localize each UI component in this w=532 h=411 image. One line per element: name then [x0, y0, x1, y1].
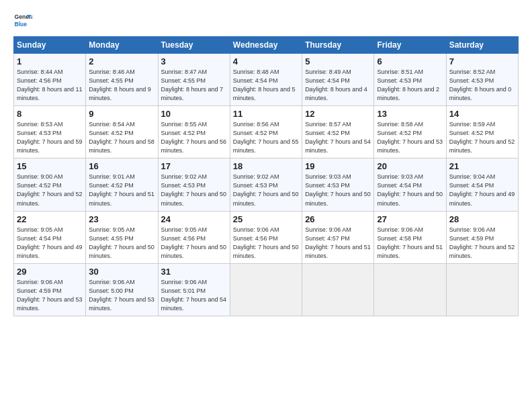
day-cell: 28Sunrise: 9:06 AMSunset: 4:59 PMDayligh… [446, 211, 518, 263]
day-number: 26 [305, 214, 371, 224]
col-header-monday: Monday [86, 37, 158, 54]
day-info: Sunrise: 8:46 AMSunset: 4:55 PMDaylight:… [89, 68, 151, 101]
day-number: 4 [233, 56, 299, 66]
svg-text:Blue: Blue [15, 21, 28, 28]
day-info: Sunrise: 8:55 AMSunset: 4:52 PMDaylight:… [161, 121, 227, 154]
day-cell: 29Sunrise: 9:06 AMSunset: 4:59 PMDayligh… [14, 263, 86, 316]
day-number: 15 [17, 161, 83, 171]
day-info: Sunrise: 8:44 AMSunset: 4:56 PMDaylight:… [17, 68, 83, 101]
day-info: Sunrise: 9:03 AMSunset: 4:53 PMDaylight:… [305, 173, 371, 206]
day-number: 14 [449, 109, 515, 119]
page: General Blue SundayMondayTuesdayWednesda… [0, 0, 532, 411]
day-cell: 13Sunrise: 8:58 AMSunset: 4:52 PMDayligh… [374, 106, 446, 158]
day-info: Sunrise: 8:51 AMSunset: 4:53 PMDaylight:… [377, 68, 439, 101]
day-info: Sunrise: 8:47 AMSunset: 4:55 PMDaylight:… [161, 68, 224, 101]
day-number: 23 [89, 214, 154, 224]
day-cell: 19Sunrise: 9:03 AMSunset: 4:53 PMDayligh… [302, 158, 374, 211]
week-row-4: 22Sunrise: 9:05 AMSunset: 4:54 PMDayligh… [14, 211, 519, 263]
day-number: 8 [17, 109, 83, 119]
day-cell: 11Sunrise: 8:56 AMSunset: 4:52 PMDayligh… [230, 106, 302, 158]
day-cell [230, 263, 302, 316]
day-info: Sunrise: 9:05 AMSunset: 4:54 PMDaylight:… [17, 226, 83, 259]
day-cell: 26Sunrise: 9:06 AMSunset: 4:57 PMDayligh… [302, 211, 374, 263]
day-cell [446, 263, 518, 316]
day-info: Sunrise: 9:05 AMSunset: 4:55 PMDaylight:… [89, 226, 154, 259]
day-info: Sunrise: 9:06 AMSunset: 5:01 PMDaylight:… [161, 279, 227, 312]
day-number: 10 [161, 109, 227, 119]
day-number: 12 [305, 109, 371, 119]
day-number: 27 [377, 214, 443, 224]
day-info: Sunrise: 8:54 AMSunset: 4:52 PMDaylight:… [89, 121, 154, 154]
day-info: Sunrise: 8:49 AMSunset: 4:54 PMDaylight:… [305, 68, 367, 101]
day-info: Sunrise: 8:52 AMSunset: 4:53 PMDaylight:… [449, 68, 512, 101]
header-row: SundayMondayTuesdayWednesdayThursdayFrid… [14, 37, 519, 54]
day-cell: 18Sunrise: 9:02 AMSunset: 4:53 PMDayligh… [230, 158, 302, 211]
day-cell: 9Sunrise: 8:54 AMSunset: 4:52 PMDaylight… [86, 106, 158, 158]
col-header-sunday: Sunday [14, 37, 86, 54]
day-number: 5 [305, 56, 371, 66]
day-info: Sunrise: 9:06 AMSunset: 4:56 PMDaylight:… [233, 226, 299, 259]
day-info: Sunrise: 8:53 AMSunset: 4:53 PMDaylight:… [17, 121, 83, 154]
day-cell: 15Sunrise: 9:00 AMSunset: 4:52 PMDayligh… [14, 158, 86, 211]
day-number: 18 [233, 161, 299, 171]
day-number: 28 [449, 214, 515, 224]
day-cell: 24Sunrise: 9:05 AMSunset: 4:56 PMDayligh… [158, 211, 230, 263]
day-info: Sunrise: 9:06 AMSunset: 4:59 PMDaylight:… [17, 279, 83, 312]
col-header-wednesday: Wednesday [230, 37, 302, 54]
col-header-tuesday: Tuesday [158, 37, 230, 54]
day-info: Sunrise: 8:56 AMSunset: 4:52 PMDaylight:… [233, 121, 299, 154]
day-number: 31 [161, 267, 227, 277]
day-cell: 25Sunrise: 9:06 AMSunset: 4:56 PMDayligh… [230, 211, 302, 263]
day-info: Sunrise: 9:06 AMSunset: 4:57 PMDaylight:… [305, 226, 371, 259]
day-number: 25 [233, 214, 299, 224]
header: General Blue [13, 11, 519, 30]
day-cell: 5Sunrise: 8:49 AMSunset: 4:54 PMDaylight… [302, 54, 374, 106]
day-info: Sunrise: 9:00 AMSunset: 4:52 PMDaylight:… [17, 173, 83, 206]
day-number: 30 [89, 267, 154, 277]
day-cell: 4Sunrise: 8:48 AMSunset: 4:54 PMDaylight… [230, 54, 302, 106]
col-header-thursday: Thursday [302, 37, 374, 54]
day-cell: 10Sunrise: 8:55 AMSunset: 4:52 PMDayligh… [158, 106, 230, 158]
day-number: 16 [89, 161, 154, 171]
day-number: 21 [449, 161, 515, 171]
logo-icon: General Blue [13, 11, 32, 30]
day-number: 3 [161, 56, 227, 66]
day-cell: 17Sunrise: 9:02 AMSunset: 4:53 PMDayligh… [158, 158, 230, 211]
day-number: 17 [161, 161, 227, 171]
day-info: Sunrise: 9:02 AMSunset: 4:53 PMDaylight:… [233, 173, 299, 206]
day-number: 13 [377, 109, 443, 119]
day-cell [374, 263, 446, 316]
day-cell: 22Sunrise: 9:05 AMSunset: 4:54 PMDayligh… [14, 211, 86, 263]
day-number: 22 [17, 214, 83, 224]
day-cell: 3Sunrise: 8:47 AMSunset: 4:55 PMDaylight… [158, 54, 230, 106]
week-row-5: 29Sunrise: 9:06 AMSunset: 4:59 PMDayligh… [14, 263, 519, 316]
day-info: Sunrise: 8:48 AMSunset: 4:54 PMDaylight:… [233, 68, 296, 101]
day-cell: 1Sunrise: 8:44 AMSunset: 4:56 PMDaylight… [14, 54, 86, 106]
day-cell: 8Sunrise: 8:53 AMSunset: 4:53 PMDaylight… [14, 106, 86, 158]
day-cell: 14Sunrise: 8:59 AMSunset: 4:52 PMDayligh… [446, 106, 518, 158]
day-info: Sunrise: 8:58 AMSunset: 4:52 PMDaylight:… [377, 121, 443, 154]
day-cell: 30Sunrise: 9:06 AMSunset: 5:00 PMDayligh… [86, 263, 158, 316]
day-info: Sunrise: 9:02 AMSunset: 4:53 PMDaylight:… [161, 173, 227, 206]
day-cell: 31Sunrise: 9:06 AMSunset: 5:01 PMDayligh… [158, 263, 230, 316]
day-cell: 16Sunrise: 9:01 AMSunset: 4:52 PMDayligh… [86, 158, 158, 211]
day-cell: 6Sunrise: 8:51 AMSunset: 4:53 PMDaylight… [374, 54, 446, 106]
day-info: Sunrise: 9:04 AMSunset: 4:54 PMDaylight:… [449, 173, 515, 206]
week-row-2: 8Sunrise: 8:53 AMSunset: 4:53 PMDaylight… [14, 106, 519, 158]
day-number: 29 [17, 267, 83, 277]
day-cell [302, 263, 374, 316]
day-cell: 20Sunrise: 9:03 AMSunset: 4:54 PMDayligh… [374, 158, 446, 211]
col-header-friday: Friday [374, 37, 446, 54]
logo: General Blue [13, 11, 35, 30]
day-cell: 2Sunrise: 8:46 AMSunset: 4:55 PMDaylight… [86, 54, 158, 106]
day-cell: 7Sunrise: 8:52 AMSunset: 4:53 PMDaylight… [446, 54, 518, 106]
day-cell: 23Sunrise: 9:05 AMSunset: 4:55 PMDayligh… [86, 211, 158, 263]
week-row-1: 1Sunrise: 8:44 AMSunset: 4:56 PMDaylight… [14, 54, 519, 106]
day-number: 6 [377, 56, 443, 66]
day-cell: 27Sunrise: 9:06 AMSunset: 4:58 PMDayligh… [374, 211, 446, 263]
day-number: 9 [89, 109, 154, 119]
day-number: 20 [377, 161, 443, 171]
day-info: Sunrise: 8:59 AMSunset: 4:52 PMDaylight:… [449, 121, 515, 154]
day-info: Sunrise: 9:06 AMSunset: 5:00 PMDaylight:… [89, 279, 154, 312]
day-number: 19 [305, 161, 371, 171]
